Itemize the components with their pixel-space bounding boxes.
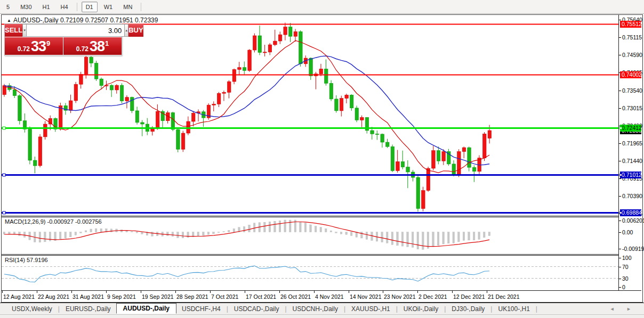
- chart-tab-eurusd-daily[interactable]: EURUSD-,Daily: [60, 304, 116, 314]
- price-tick-label: 0.71440: [622, 158, 642, 164]
- level-price-label: 0.74002: [620, 71, 641, 78]
- chart-tab-usdcnh-daily[interactable]: USDCNH-,Daily: [287, 304, 343, 314]
- macd-tick: [619, 249, 621, 249]
- timeframe-button-d1[interactable]: D1: [82, 2, 98, 12]
- level-price-label: 0.69884: [620, 209, 641, 216]
- date-tick: [141, 291, 141, 293]
- sell-button[interactable]: SELL: [5, 24, 22, 37]
- price-tick-label: 0.70390: [622, 193, 642, 199]
- macd-label: MACD(12,26,9) -0.000927 -0.002756: [5, 218, 102, 225]
- timeframe-button-h1[interactable]: H1: [38, 2, 54, 12]
- price-tick-label: 0.73015: [622, 105, 642, 111]
- date-tick: [175, 291, 176, 293]
- price-tick-label: 0.75115: [622, 34, 642, 40]
- chart-title: ▲AUDUSD-,Daily 0.72109 0.72507 0.71951 0…: [7, 17, 158, 24]
- toolbar-separator: [77, 3, 77, 11]
- date-tick: [210, 291, 211, 293]
- tab-separator: |: [285, 305, 286, 313]
- rsi-tick: [619, 258, 621, 258]
- price-tick: [619, 196, 621, 197]
- buy-price-big: 38: [90, 39, 104, 54]
- date-label: 21 Dec 2021: [488, 293, 520, 300]
- rsi-line: [4, 266, 489, 282]
- date-label: 19 Sep 2021: [142, 293, 174, 300]
- tab-separator: |: [536, 305, 537, 313]
- sell-price-big: 33: [31, 39, 46, 54]
- tab-separator: |: [396, 305, 398, 313]
- buy-price-box[interactable]: 0.72381: [63, 37, 122, 55]
- price-tick: [619, 178, 621, 179]
- chart-title-symbol: AUDUSD-,Daily: [13, 17, 59, 24]
- rsi-tick: [619, 279, 621, 279]
- tab-nav-arrows[interactable]: ◄ ►: [610, 306, 637, 312]
- timeframe-button-h4[interactable]: H4: [57, 2, 73, 12]
- date-tick: [2, 291, 3, 293]
- one-click-trade-panel: SELL ▼ ▲ BUY 0.72339 0.72381: [4, 23, 122, 56]
- chart-title-ohlc: 0.72109 0.72507 0.71951 0.72339: [60, 17, 158, 24]
- price-tick-label: 0.73540: [622, 87, 642, 94]
- volume-decrease-button[interactable]: ▼: [22, 24, 27, 37]
- chart-tab-usdx-weekly[interactable]: USDX,Weekly: [6, 304, 58, 314]
- tab-separator: |: [444, 305, 446, 313]
- macd-tick-label: 0.006201: [622, 217, 644, 224]
- rsi-label: RSI(14) 57.9196: [5, 257, 48, 263]
- sell-price-pip: 9: [46, 39, 50, 47]
- price-tick: [619, 161, 621, 161]
- price-axis[interactable]: 0.756400.751150.745900.740650.735400.730…: [618, 15, 642, 290]
- timeframe-button-w1[interactable]: W1: [100, 2, 117, 12]
- line-anchor: [619, 174, 622, 176]
- buy-button[interactable]: BUY: [128, 24, 143, 37]
- price-tick: [619, 143, 621, 144]
- date-label: 2 Dec 2021: [418, 293, 447, 300]
- tab-separator: |: [58, 305, 60, 313]
- status-strip: [0, 314, 644, 318]
- tab-separator: |: [490, 305, 492, 313]
- rsi-tick-label: 0: [622, 284, 625, 290]
- price-tick: [619, 55, 621, 55]
- timeframe-button-m30[interactable]: M30: [16, 2, 36, 12]
- price-tick: [619, 91, 621, 91]
- chart-tab-audusd-daily[interactable]: AUDUSD-,Daily: [116, 303, 176, 314]
- macd-panel: MACD(12,26,9) -0.000927 -0.002756: [2, 217, 618, 254]
- chart-tab-xauusd-h1[interactable]: XAUUSD-,H1: [346, 304, 396, 314]
- timeframe-toolbar: 5M30H1H4D1W1MN: [0, 0, 644, 14]
- tab-separator: |: [344, 305, 345, 313]
- rsi-tick: [619, 267, 621, 267]
- macd-tick: [619, 232, 621, 233]
- date-tick: [106, 291, 107, 293]
- volume-increase-button[interactable]: ▲: [124, 24, 128, 37]
- chart-tab-dj30-daily[interactable]: DJ30-,Daily: [446, 304, 490, 314]
- rsi-tick: [619, 287, 621, 288]
- macd-tick-label: 0.00: [622, 229, 633, 235]
- date-label: 28 Sep 2021: [176, 293, 208, 300]
- timeframe-button-mn[interactable]: MN: [119, 2, 136, 12]
- date-tick: [279, 291, 280, 293]
- timeframe-button-5[interactable]: 5: [2, 2, 14, 12]
- chart-tab-uk100-h1[interactable]: UK100-,H1: [493, 304, 535, 314]
- date-tick: [314, 291, 315, 293]
- volume-input[interactable]: [27, 24, 124, 37]
- rsi-tick-label: 30: [622, 275, 629, 282]
- macd-tick-label: -0.009197: [622, 246, 644, 252]
- date-label: 23 Nov 2021: [384, 293, 416, 300]
- chart-tab-ukoil-daily[interactable]: UKOil-,Daily: [398, 304, 444, 314]
- rsi-chart-surface: [2, 256, 618, 290]
- date-tick: [452, 291, 453, 293]
- macd-tick: [619, 221, 621, 221]
- chart-tab-usdchf-h4[interactable]: USDCHF-,H4: [176, 304, 226, 314]
- chart-tab-usdcad-daily[interactable]: USDCAD-,Daily: [229, 304, 285, 314]
- date-tick: [487, 291, 487, 293]
- price-tick: [619, 108, 621, 109]
- chevron-up-icon: ▲: [125, 29, 128, 32]
- trading-platform-window: 5M30H1H4D1W1MN ▲AUDUSD-,Daily 0.72109 0.…: [0, 0, 644, 318]
- chart-tab-bar: USDX,Weekly|EURUSD-,DailyAUDUSD-,DailyUS…: [0, 303, 644, 314]
- date-label: 22 Aug 2021: [38, 293, 69, 300]
- ma-slow-line: [4, 56, 489, 165]
- tab-separator: |: [227, 305, 228, 313]
- chevron-down-icon: ▼: [23, 29, 26, 32]
- price-chart-panel[interactable]: ▲AUDUSD-,Daily 0.72109 0.72507 0.71951 0…: [2, 15, 618, 216]
- date-tick: [245, 291, 245, 293]
- toolbar-separator: [141, 3, 141, 11]
- sell-price-box[interactable]: 0.72339: [5, 37, 63, 55]
- date-axis[interactable]: 12 Aug 202122 Aug 202131 Aug 20219 Sep 2…: [2, 290, 641, 302]
